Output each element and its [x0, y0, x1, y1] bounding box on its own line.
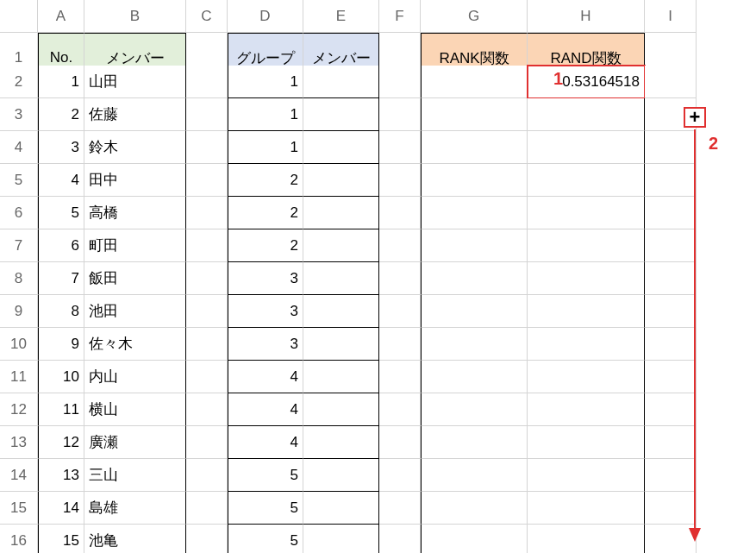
col-header-H[interactable]: H — [528, 0, 645, 33]
cell-name[interactable]: 佐々木 — [84, 328, 186, 361]
cell-name[interactable]: 三山 — [84, 459, 186, 492]
cell-name[interactable]: 山田 — [84, 66, 186, 98]
cell-C7[interactable] — [186, 229, 228, 262]
cell-member-de[interactable] — [303, 131, 379, 164]
cell-group[interactable]: 5 — [228, 525, 303, 553]
cell-F14[interactable] — [379, 459, 421, 492]
cell-member-de[interactable] — [303, 197, 379, 229]
row-header-14[interactable]: 14 — [0, 459, 38, 492]
cell-rank[interactable] — [421, 459, 528, 492]
cell-rank[interactable] — [421, 229, 528, 262]
cell-rank[interactable] — [421, 131, 528, 164]
cell-C2[interactable] — [186, 66, 228, 98]
cell-member-de[interactable] — [303, 426, 379, 459]
cell-name[interactable]: 飯田 — [84, 262, 186, 295]
row-header-9[interactable]: 9 — [0, 295, 38, 328]
cell-C11[interactable] — [186, 361, 228, 393]
cell-F9[interactable] — [379, 295, 421, 328]
cell-no[interactable]: 6 — [38, 229, 84, 262]
cell-member-de[interactable] — [303, 361, 379, 393]
cell-F3[interactable] — [379, 98, 421, 131]
row-header-8[interactable]: 8 — [0, 262, 38, 295]
cell-C16[interactable] — [186, 525, 228, 553]
cell-rank[interactable] — [421, 426, 528, 459]
col-header-D[interactable]: D — [228, 0, 303, 33]
cell-rand[interactable] — [528, 197, 645, 229]
select-all-corner[interactable] — [0, 0, 38, 33]
cell-rand[interactable] — [528, 492, 645, 525]
row-header-16[interactable]: 16 — [0, 525, 38, 553]
cell-no[interactable]: 9 — [38, 328, 84, 361]
cell-C8[interactable] — [186, 262, 228, 295]
cell-member-de[interactable] — [303, 229, 379, 262]
cell-member-de[interactable] — [303, 525, 379, 553]
cell-F2[interactable] — [379, 66, 421, 98]
cell-no[interactable]: 11 — [38, 393, 84, 426]
cell-member-de[interactable] — [303, 98, 379, 131]
cell-group[interactable]: 1 — [228, 98, 303, 131]
cell-name[interactable]: 内山 — [84, 361, 186, 393]
cell-rand[interactable] — [528, 164, 645, 197]
cell-H2-selected[interactable]: 0.53164518 — [528, 66, 645, 98]
cell-C12[interactable] — [186, 393, 228, 426]
cell-rank[interactable] — [421, 393, 528, 426]
cell-name[interactable]: 佐藤 — [84, 98, 186, 131]
cell-rank[interactable] — [421, 66, 528, 98]
cell-name[interactable]: 池亀 — [84, 525, 186, 553]
cell-no[interactable]: 1 — [38, 66, 84, 98]
cell-group[interactable]: 2 — [228, 229, 303, 262]
cell-member-de[interactable] — [303, 393, 379, 426]
cell-group[interactable]: 3 — [228, 295, 303, 328]
cell-rand[interactable] — [528, 262, 645, 295]
cell-name[interactable]: 島雄 — [84, 492, 186, 525]
cell-group[interactable]: 4 — [228, 393, 303, 426]
row-header-13[interactable]: 13 — [0, 426, 38, 459]
cell-name[interactable]: 高橋 — [84, 197, 186, 229]
cell-C10[interactable] — [186, 328, 228, 361]
cell-group[interactable]: 2 — [228, 164, 303, 197]
cell-member-de[interactable] — [303, 328, 379, 361]
cell-member-de[interactable] — [303, 164, 379, 197]
cell-rank[interactable] — [421, 328, 528, 361]
cell-group[interactable]: 1 — [228, 66, 303, 98]
cell-F10[interactable] — [379, 328, 421, 361]
cell-F5[interactable] — [379, 164, 421, 197]
cell-rank[interactable] — [421, 164, 528, 197]
cell-F15[interactable] — [379, 492, 421, 525]
cell-C13[interactable] — [186, 426, 228, 459]
cell-no[interactable]: 4 — [38, 164, 84, 197]
row-header-7[interactable]: 7 — [0, 229, 38, 262]
col-header-C[interactable]: C — [186, 0, 228, 33]
cell-member-de[interactable] — [303, 66, 379, 98]
cell-F11[interactable] — [379, 361, 421, 393]
cell-rand[interactable] — [528, 525, 645, 553]
cell-no[interactable]: 7 — [38, 262, 84, 295]
cell-group[interactable]: 1 — [228, 131, 303, 164]
cell-name[interactable]: 町田 — [84, 229, 186, 262]
row-header-6[interactable]: 6 — [0, 197, 38, 229]
cell-F12[interactable] — [379, 393, 421, 426]
cell-name[interactable]: 鈴木 — [84, 131, 186, 164]
cell-no[interactable]: 15 — [38, 525, 84, 553]
cell-no[interactable]: 8 — [38, 295, 84, 328]
cell-no[interactable]: 10 — [38, 361, 84, 393]
fill-handle[interactable]: + — [684, 107, 706, 128]
cell-group[interactable]: 4 — [228, 361, 303, 393]
cell-group[interactable]: 3 — [228, 328, 303, 361]
cell-C5[interactable] — [186, 164, 228, 197]
row-header-11[interactable]: 11 — [0, 361, 38, 393]
col-header-B[interactable]: B — [84, 0, 186, 33]
cell-rand[interactable] — [528, 131, 645, 164]
cell-C4[interactable] — [186, 131, 228, 164]
row-header-15[interactable]: 15 — [0, 492, 38, 525]
row-header-2[interactable]: 2 — [0, 66, 38, 98]
row-header-5[interactable]: 5 — [0, 164, 38, 197]
cell-member-de[interactable] — [303, 459, 379, 492]
cell-I2[interactable] — [645, 66, 697, 98]
cell-C14[interactable] — [186, 459, 228, 492]
cell-group[interactable]: 5 — [228, 492, 303, 525]
col-header-I[interactable]: I — [645, 0, 697, 33]
cell-F4[interactable] — [379, 131, 421, 164]
col-header-E[interactable]: E — [303, 0, 379, 33]
cell-no[interactable]: 2 — [38, 98, 84, 131]
